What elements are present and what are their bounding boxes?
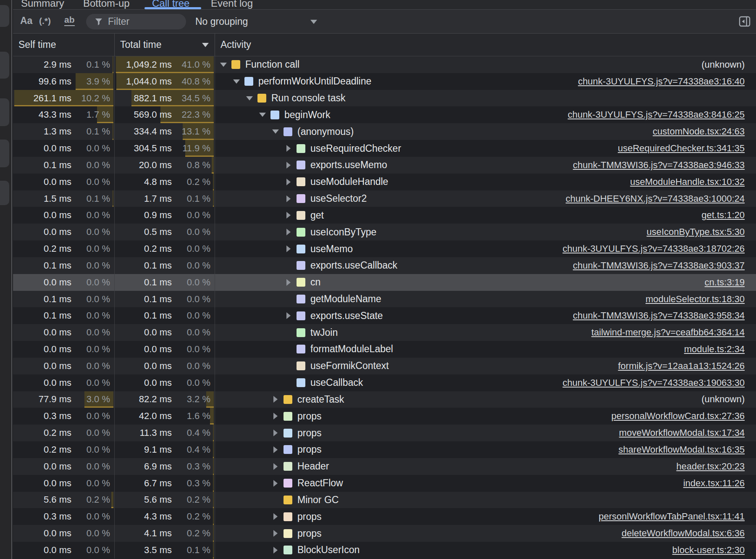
- source-link[interactable]: personlWorkflowTabPanel.tsx:11:41: [590, 511, 745, 522]
- table-row[interactable]: 1.5 ms 0.1 % 1.7 ms 0.1 % useSelector2 c…: [13, 190, 756, 207]
- disclosure-arrow-icon[interactable]: [285, 229, 292, 235]
- disclosure-arrow-icon[interactable]: [285, 179, 292, 185]
- table-row[interactable]: 0.0 ms 0.0 % 0.0 ms 0.0 % useFormikConte…: [13, 358, 756, 374]
- header-self-time[interactable]: Self time: [13, 34, 115, 56]
- table-row[interactable]: 0.2 ms 0.0 % 11.3 ms 0.4 % props moveWor…: [13, 425, 756, 441]
- source-link[interactable]: chunk-TMM3WI36.js?v=74338ae3:903:37: [564, 260, 745, 271]
- source-link[interactable]: header.tsx:20:23: [668, 461, 745, 472]
- disclosure-arrow-icon[interactable]: [285, 279, 292, 286]
- source-link[interactable]: moduleSelector.ts:18:30: [637, 294, 745, 305]
- match-whole-word-toggle[interactable]: ab: [64, 15, 75, 26]
- table-row[interactable]: 99.6 ms 3.9 % 1,044.0 ms 40.8 % performW…: [13, 73, 756, 90]
- header-total-time[interactable]: Total time: [115, 34, 215, 56]
- tab-event-log[interactable]: Event log: [211, 0, 253, 10]
- source-link[interactable]: chunk-3UYULFYS.js?v=74338ae3:19063:30: [554, 377, 745, 388]
- source-link[interactable]: customNode.tsx:24:63: [644, 126, 745, 137]
- table-row[interactable]: 77.9 ms 3.0 % 82.2 ms 3.2 % createTask (…: [13, 391, 756, 408]
- source-link[interactable]: chunk-3UYULFYS.js?v=74338ae3:8416:25: [559, 109, 745, 120]
- source-link[interactable]: chunk-DHEEY6NX.js?v=74338ae3:1000:24: [557, 193, 745, 204]
- activity-type-icon: [297, 328, 305, 337]
- source-link[interactable]: useIconByType.tsx:5:30: [638, 227, 745, 237]
- tree-item: BlockUserIcon: [215, 544, 360, 556]
- filter-input[interactable]: Filter: [86, 14, 186, 29]
- self-time-value: 99.6 ms: [39, 76, 71, 87]
- table-row[interactable]: 0.0 ms 0.0 % 0.0 ms 0.0 % twJoin tailwin…: [13, 324, 756, 341]
- source-link[interactable]: useRequiredChecker.ts:341:35: [609, 143, 745, 154]
- grouping-dropdown[interactable]: No grouping: [195, 10, 317, 34]
- disclosure-arrow-icon[interactable]: [272, 413, 279, 419]
- source-link[interactable]: (unknown): [693, 59, 745, 70]
- source-link[interactable]: (unknown): [693, 394, 745, 405]
- disclosure-arrow-icon[interactable]: [272, 446, 279, 453]
- total-time-value: 1,049.2 ms: [126, 59, 172, 70]
- regex-toggle[interactable]: (.*): [39, 16, 51, 26]
- source-link[interactable]: block-user.ts:2:30: [664, 545, 745, 556]
- table-row[interactable]: 43.3 ms 1.7 % 569.0 ms 22.3 % beginWork …: [13, 106, 756, 123]
- self-time-percent: 0.0 %: [71, 411, 110, 422]
- table-row[interactable]: 0.0 ms 0.0 % 0.9 ms 0.0 % get get.ts:1:2…: [13, 207, 756, 224]
- tab-bottom-up[interactable]: Bottom-up: [83, 0, 130, 10]
- source-link[interactable]: cn.ts:3:19: [696, 277, 745, 288]
- table-row[interactable]: 0.0 ms 0.0 % 0.0 ms 0.0 % useCallback ch…: [13, 374, 756, 391]
- disclosure-arrow-icon[interactable]: [246, 96, 253, 100]
- table-row[interactable]: 0.0 ms 0.0 % 4.8 ms 0.2 % useModuleHandl…: [13, 174, 756, 190]
- table-row[interactable]: 0.0 ms 0.0 % 0.0 ms 0.0 % formatModuleLa…: [13, 341, 756, 358]
- table-row[interactable]: 0.1 ms 0.0 % 0.1 ms 0.0 % exports.useCal…: [13, 257, 756, 274]
- match-case-toggle[interactable]: Aa: [20, 15, 32, 26]
- table-row[interactable]: 2.9 ms 0.1 % 1,049.2 ms 41.0 % Function …: [13, 56, 756, 73]
- table-row[interactable]: 0.2 ms 0.0 % 0.2 ms 0.0 % useMemo chunk-…: [13, 240, 756, 257]
- source-link[interactable]: personalWorkflowCard.tsx:27:36: [603, 411, 745, 422]
- source-link[interactable]: chunk-3UYULFYS.js?v=74338ae3:18702:26: [554, 243, 745, 254]
- source-link[interactable]: chunk-TMM3WI36.js?v=74338ae3:946:33: [564, 160, 745, 171]
- disclosure-arrow-icon[interactable]: [285, 245, 292, 252]
- table-row[interactable]: 0.2 ms 0.0 % 9.1 ms 0.4 % props shareWor…: [13, 441, 756, 458]
- disclosure-arrow-icon[interactable]: [285, 312, 292, 319]
- source-link[interactable]: module.ts:2:34: [676, 344, 745, 355]
- table-row[interactable]: 0.0 ms 0.0 % 4.1 ms 0.2 % props deleteWo…: [13, 525, 756, 542]
- table-row[interactable]: 0.1 ms 0.0 % 0.1 ms 0.0 % exports.useSta…: [13, 307, 756, 324]
- disclosure-arrow-icon[interactable]: [272, 530, 279, 537]
- header-activity[interactable]: Activity: [215, 34, 756, 56]
- disclosure-arrow-icon[interactable]: [285, 212, 292, 219]
- source-link[interactable]: chunk-TMM3WI36.js?v=74338ae3:958:34: [564, 310, 745, 321]
- activity-label: twJoin: [310, 327, 338, 338]
- table-row[interactable]: 0.3 ms 0.0 % 4.3 ms 0.2 % props personlW…: [13, 508, 756, 525]
- disclosure-arrow-icon[interactable]: [272, 430, 279, 436]
- disclosure-arrow-icon[interactable]: [220, 63, 227, 67]
- table-row[interactable]: 0.1 ms 0.0 % 0.1 ms 0.0 % getModuleName …: [13, 291, 756, 308]
- table-row[interactable]: 0.0 ms 0.0 % 0.1 ms 0.0 % cn cn.ts:3:19: [13, 274, 756, 291]
- table-row[interactable]: 0.0 ms 0.0 % 0.5 ms 0.0 % useIconByType …: [13, 224, 756, 240]
- disclosure-arrow-icon[interactable]: [285, 162, 292, 169]
- source-link[interactable]: index.tsx:11:26: [675, 478, 745, 489]
- source-link[interactable]: useModuleHandle.tsx:10:32: [622, 177, 745, 187]
- table-row[interactable]: 0.3 ms 0.0 % 42.0 ms 1.6 % props persona…: [13, 408, 756, 425]
- source-link[interactable]: tailwind-merge.js?v=ceafbb64:364:14: [583, 327, 745, 338]
- table-row[interactable]: 0.0 ms 0.0 % 3.5 ms 0.1 % BlockUserIcon …: [13, 542, 756, 559]
- table-row[interactable]: 5.6 ms 0.2 % 5.6 ms 0.2 % Minor GC: [13, 492, 756, 509]
- disclosure-arrow-icon[interactable]: [272, 396, 279, 403]
- tab-summary[interactable]: Summary: [21, 0, 64, 10]
- source-link[interactable]: chunk-3UYULFYS.js?v=74338ae3:16:40: [570, 76, 745, 87]
- source-link[interactable]: get.ts:1:20: [693, 210, 745, 221]
- disclosure-arrow-icon[interactable]: [272, 463, 279, 470]
- table-row[interactable]: 0.0 ms 0.0 % 6.7 ms 0.3 % ReactFlow inde…: [13, 475, 756, 492]
- source-link[interactable]: deleteWorkflowModal.tsx:6:36: [613, 528, 745, 539]
- disclosure-arrow-icon[interactable]: [272, 129, 279, 134]
- disclosure-arrow-icon[interactable]: [272, 547, 279, 554]
- disclosure-arrow-icon[interactable]: [272, 480, 279, 487]
- toggle-sidebar-button[interactable]: [739, 16, 751, 27]
- activity-cell: useModuleHandle useModuleHandle.tsx:10:3…: [215, 174, 756, 190]
- source-link[interactable]: formik.js?v=12aa1a13:1524:26: [610, 361, 745, 372]
- disclosure-arrow-icon[interactable]: [233, 79, 240, 84]
- table-row[interactable]: 0.1 ms 0.0 % 20.0 ms 0.8 % exports.useMe…: [13, 157, 756, 174]
- disclosure-arrow-icon[interactable]: [272, 513, 279, 520]
- disclosure-arrow-icon[interactable]: [285, 145, 292, 152]
- source-link[interactable]: shareWorkflowModal.tsx:16:35: [610, 444, 745, 455]
- table-row[interactable]: 0.0 ms 0.0 % 6.9 ms 0.3 % Header header.…: [13, 458, 756, 475]
- disclosure-arrow-icon[interactable]: [259, 113, 266, 117]
- table-row[interactable]: 1.3 ms 0.1 % 334.4 ms 13.1 % (anonymous)…: [13, 123, 756, 140]
- source-link[interactable]: moveWorkflowModal.tsx:17:34: [611, 427, 745, 438]
- disclosure-arrow-icon[interactable]: [285, 195, 292, 202]
- table-row[interactable]: 0.0 ms 0.0 % 304.5 ms 11.9 % useRequired…: [13, 140, 756, 157]
- table-row[interactable]: 261.1 ms 10.2 % 882.1 ms 34.5 % Run cons…: [13, 90, 756, 107]
